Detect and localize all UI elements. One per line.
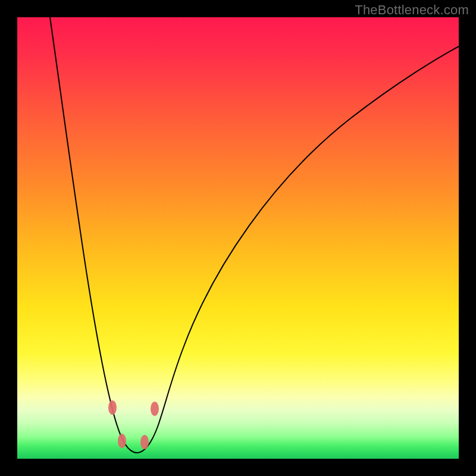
chart-svg xyxy=(17,17,459,459)
highlight-marker xyxy=(140,435,149,449)
chart-plot-area xyxy=(17,17,459,459)
watermark-text: TheBottleneck.com xyxy=(355,2,469,18)
highlight-marker xyxy=(108,400,117,415)
highlight-marker xyxy=(151,402,159,416)
highlight-markers-group xyxy=(108,400,159,449)
highlight-marker xyxy=(118,434,126,448)
bottleneck-curve xyxy=(50,17,459,453)
